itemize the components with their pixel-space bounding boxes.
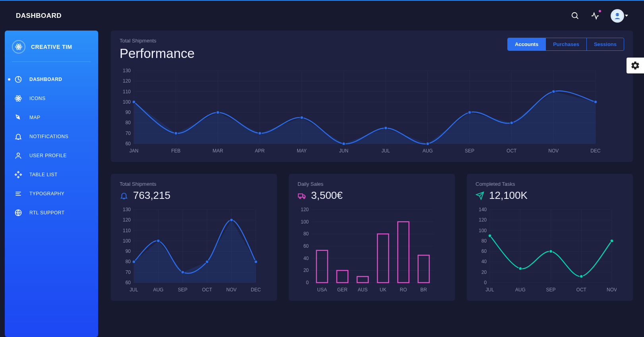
sales-chart: 020406080100120USAGERAUSUKROBR — [298, 206, 446, 294]
svg-point-159 — [549, 250, 553, 253]
svg-point-109 — [304, 197, 305, 198]
tasks-card: Completed Tasks 12,100K 0204060801001201… — [467, 174, 633, 301]
svg-point-58 — [510, 121, 513, 124]
svg-rect-128 — [357, 277, 368, 283]
nav-list: DASHBOARDICONSMAPNOTIFICATIONSUSER PROFI… — [12, 70, 91, 222]
svg-rect-124 — [317, 250, 328, 283]
topbar: DASHBOARD — [0, 1, 644, 31]
tab-accounts[interactable]: Accounts — [508, 38, 546, 50]
shipments-chart: 60708090100110120130JULAUGSEPOCTNOVDEC — [120, 206, 268, 294]
svg-text:90: 90 — [126, 110, 131, 115]
svg-text:RO: RO — [400, 287, 407, 293]
svg-text:JUL: JUL — [485, 287, 494, 293]
sidebar-item-typography[interactable]: TYPOGRAPHY — [12, 184, 91, 203]
svg-point-96 — [157, 239, 160, 243]
svg-text:60: 60 — [304, 243, 309, 249]
svg-point-49 — [132, 100, 135, 104]
svg-text:DEC: DEC — [251, 287, 261, 293]
brand-logo-icon — [12, 40, 25, 54]
svg-line-1 — [576, 17, 578, 19]
svg-point-54 — [342, 142, 345, 145]
nav-icon — [14, 190, 22, 198]
svg-text:80: 80 — [126, 120, 131, 125]
brand-name: CREATIVE TIM — [31, 44, 72, 50]
svg-text:0: 0 — [484, 280, 487, 285]
svg-point-97 — [181, 271, 184, 274]
sidebar-item-label: USER PROFILE — [29, 153, 67, 158]
svg-point-16 — [17, 153, 20, 156]
sidebar-item-rtl-support[interactable]: RTL SUPPORT — [12, 203, 91, 222]
sidebar-item-label: DASHBOARD — [29, 77, 62, 82]
svg-text:140: 140 — [479, 207, 487, 212]
svg-text:80: 80 — [126, 259, 131, 264]
svg-text:NOV: NOV — [607, 287, 617, 293]
main-chart-subtitle: Total Shipments — [120, 38, 195, 44]
svg-text:60: 60 — [126, 280, 131, 285]
svg-point-50 — [174, 132, 178, 135]
svg-text:60: 60 — [126, 141, 131, 146]
svg-text:AUG: AUG — [422, 148, 433, 154]
svg-text:100: 100 — [479, 228, 487, 233]
main-chart-card: Total Shipments Performance AccountsPurc… — [111, 31, 633, 162]
gear-icon — [630, 61, 640, 70]
avatar — [611, 9, 624, 23]
sidebar-item-table-list[interactable]: TABLE LIST — [12, 165, 91, 184]
svg-text:GER: GER — [337, 287, 348, 293]
sales-subtitle: Daily Sales — [298, 181, 446, 187]
svg-point-57 — [468, 111, 471, 114]
svg-point-100 — [254, 260, 257, 263]
svg-point-160 — [580, 275, 583, 278]
svg-text:100: 100 — [123, 238, 131, 244]
svg-text:70: 70 — [126, 131, 131, 136]
svg-text:80: 80 — [304, 231, 309, 237]
shipments-value: 763,215 — [133, 189, 170, 202]
sidebar-item-label: TABLE LIST — [29, 172, 58, 177]
svg-text:120: 120 — [301, 207, 309, 212]
sidebar-item-icons[interactable]: ICONS — [12, 89, 91, 108]
tab-group: AccountsPurchasesSessions — [507, 38, 624, 51]
svg-text:60: 60 — [482, 248, 487, 254]
svg-text:OCT: OCT — [576, 287, 587, 293]
sidebar-item-dashboard[interactable]: DASHBOARD — [12, 70, 91, 89]
svg-text:130: 130 — [123, 207, 131, 212]
svg-text:JAN: JAN — [130, 148, 139, 154]
svg-point-108 — [300, 197, 301, 198]
user-menu[interactable] — [611, 9, 628, 23]
svg-point-99 — [230, 218, 233, 221]
svg-text:20: 20 — [304, 268, 309, 273]
svg-text:APR: APR — [255, 148, 265, 154]
svg-point-4 — [616, 14, 617, 15]
sidebar-item-label: RTL SUPPORT — [29, 210, 65, 216]
svg-text:90: 90 — [126, 248, 131, 254]
svg-text:AUG: AUG — [515, 287, 526, 293]
settings-fab[interactable] — [627, 58, 644, 73]
sidebar-item-notifications[interactable]: NOTIFICATIONS — [12, 127, 91, 146]
tab-sessions[interactable]: Sessions — [587, 38, 624, 50]
search-icon[interactable] — [571, 12, 580, 20]
nav-icon — [14, 152, 22, 160]
delivery-icon — [298, 191, 306, 200]
svg-text:120: 120 — [479, 217, 487, 223]
svg-text:120: 120 — [123, 78, 131, 84]
activity-icon[interactable] — [591, 12, 600, 20]
svg-text:0: 0 — [306, 280, 309, 285]
shipments-subtitle: Total Shipments — [120, 181, 268, 187]
sidebar-item-label: MAP — [29, 115, 41, 120]
svg-text:UK: UK — [380, 287, 387, 293]
svg-point-161 — [610, 239, 613, 243]
brand[interactable]: CREATIVE TIM — [12, 40, 91, 62]
notification-dot — [599, 10, 601, 12]
svg-point-5 — [618, 14, 619, 15]
sidebar-item-map[interactable]: MAP — [12, 108, 91, 127]
nav-icon — [14, 209, 22, 217]
svg-point-15 — [17, 117, 19, 118]
sidebar-item-user-profile[interactable]: USER PROFILE — [12, 146, 91, 165]
svg-point-11 — [17, 98, 19, 99]
svg-text:NOV: NOV — [226, 287, 237, 293]
svg-point-95 — [132, 260, 135, 263]
tab-purchases[interactable]: Purchases — [546, 38, 587, 50]
svg-text:JUN: JUN — [339, 148, 348, 154]
svg-text:110: 110 — [123, 228, 131, 233]
svg-point-51 — [216, 111, 219, 114]
sidebar-item-label: NOTIFICATIONS — [29, 134, 68, 139]
